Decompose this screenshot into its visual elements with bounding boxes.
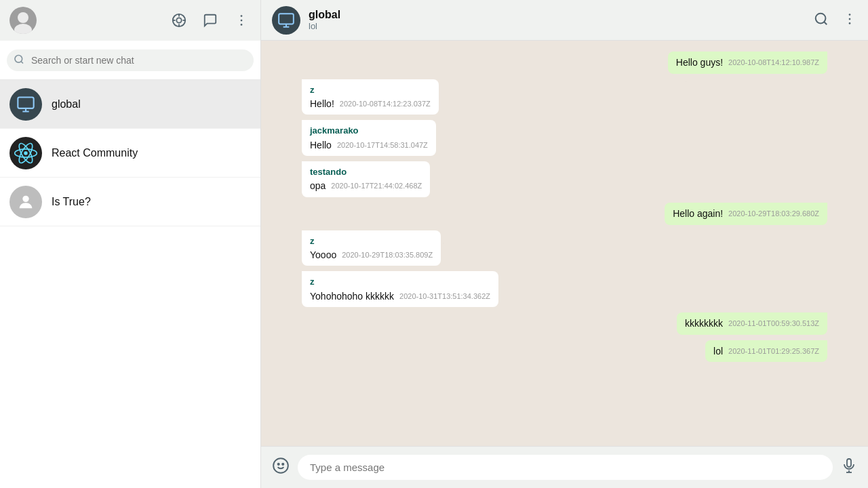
svg-point-28	[849, 18, 851, 20]
chat-item-is-true[interactable]: Is True?	[0, 178, 260, 226]
message-time: 2020-11-01T01:29:25.367Z	[728, 346, 819, 357]
search-bar	[0, 41, 260, 80]
chat-name-global: global	[52, 98, 251, 110]
svg-point-20	[24, 151, 27, 155]
search-icon	[14, 54, 24, 66]
message-bubble: zYohohohoho kkkkkk2020-10-31T13:51:34.36…	[302, 271, 498, 307]
message-row: Hello again!2020-10-29T18:03:29.680Z	[302, 203, 827, 225]
svg-point-21	[22, 195, 28, 201]
chat-avatar-global	[9, 88, 42, 121]
message-bubble: jackmarakoHello2020-10-17T14:58:31.047Z	[302, 120, 436, 156]
message-bubble: testandoopa2020-10-17T21:44:02.468Z	[302, 161, 430, 197]
chat-name-react: React Community	[52, 147, 251, 159]
chat-header-name: global	[309, 9, 340, 21]
input-area	[261, 446, 868, 488]
chat-name-is-true: Is True?	[52, 196, 251, 208]
message-time: 2020-10-31T13:51:34.362Z	[399, 291, 490, 302]
search-input[interactable]	[7, 49, 254, 71]
svg-point-32	[282, 463, 283, 464]
svg-point-9	[241, 15, 243, 17]
svg-point-29	[849, 22, 851, 24]
svg-point-25	[816, 13, 826, 23]
message-time: 2020-10-29T18:03:29.680Z	[728, 209, 819, 219]
emoji-icon[interactable]	[272, 457, 290, 479]
chat-header: global lol	[261, 0, 868, 41]
message-time: 2020-10-08T14:12:23.037Z	[340, 99, 431, 109]
message-sender: z	[310, 84, 431, 96]
message-text: kkkkkkkk	[685, 318, 723, 329]
sidebar-header-icons	[170, 11, 251, 30]
chat-info-react: React Community	[52, 147, 251, 159]
message-row: Hello guys!2020-10-08T14:12:10.987Z	[302, 52, 827, 74]
message-time: 2020-10-17T21:44:02.468Z	[331, 181, 422, 191]
status-icon[interactable]	[170, 11, 189, 30]
message-sender: z	[310, 235, 433, 247]
chat-item-react-community[interactable]: React Community	[0, 129, 260, 178]
message-input[interactable]	[298, 455, 833, 480]
message-text: opa	[310, 180, 326, 191]
svg-line-26	[824, 22, 827, 24]
message-time: 2020-10-29T18:03:35.809Z	[342, 250, 433, 260]
sidebar: global React Community	[0, 0, 261, 488]
message-bubble: zHello!2020-10-08T14:12:23.037Z	[302, 79, 439, 115]
message-row: jackmarakoHello2020-10-17T14:58:31.047Z	[302, 120, 827, 156]
message-time: 2020-11-01T00:59:30.513Z	[728, 319, 819, 329]
message-row: zHello!2020-10-08T14:12:23.037Z	[302, 79, 827, 115]
main-chat: global lol Hello guys!2020-10-08T14:12:1…	[261, 0, 868, 488]
svg-point-1	[18, 12, 28, 23]
svg-point-12	[15, 55, 22, 62]
message-sender: jackmarako	[310, 125, 428, 137]
svg-rect-22	[279, 14, 294, 24]
messages-area: Hello guys!2020-10-08T14:12:10.987ZzHell…	[261, 41, 868, 446]
message-text: Hello	[310, 140, 332, 150]
message-bubble: Hello guys!2020-10-08T14:12:10.987Z	[668, 52, 827, 74]
message-text: Yoooo	[310, 249, 336, 260]
message-row: kkkkkkkk2020-11-01T00:59:30.513Z	[302, 312, 827, 335]
microphone-icon[interactable]	[841, 458, 857, 478]
message-sender: testando	[310, 166, 422, 178]
svg-point-10	[241, 20, 243, 22]
message-text: lol	[713, 346, 723, 357]
message-row: zYohohohoho kkkkkk2020-10-31T13:51:34.36…	[302, 271, 827, 307]
chat-menu-icon[interactable]	[842, 12, 857, 29]
svg-point-30	[273, 458, 288, 473]
svg-point-27	[849, 14, 851, 16]
svg-point-4	[176, 18, 181, 22]
chat-avatar-is-true	[9, 186, 42, 218]
svg-rect-14	[18, 97, 33, 108]
message-time: 2020-10-08T14:12:10.987Z	[728, 58, 819, 68]
message-bubble: lol2020-11-01T01:29:25.367Z	[705, 340, 827, 363]
message-row: zYoooo2020-10-29T18:03:35.809Z	[302, 230, 827, 266]
message-bubble: Hello again!2020-10-29T18:03:29.680Z	[665, 203, 827, 225]
chat-item-global[interactable]: global	[0, 80, 260, 129]
message-row: lol2020-11-01T01:29:25.367Z	[302, 340, 827, 363]
message-text: Hello!	[310, 98, 334, 109]
chat-list: global React Community	[0, 80, 260, 488]
chat-header-status: lol	[309, 21, 340, 31]
svg-point-11	[241, 24, 243, 26]
chat-header-info: global lol	[309, 9, 340, 31]
message-text: Hello again!	[673, 208, 723, 219]
message-sender: z	[310, 276, 490, 288]
message-bubble: kkkkkkkk2020-11-01T00:59:30.513Z	[677, 312, 827, 335]
search-chat-icon[interactable]	[814, 12, 829, 29]
message-row: testandoopa2020-10-17T21:44:02.468Z	[302, 161, 827, 197]
svg-rect-33	[847, 459, 851, 467]
menu-icon[interactable]	[232, 11, 251, 30]
chat-header-left: global lol	[272, 6, 340, 35]
message-time: 2020-10-17T14:58:31.047Z	[337, 140, 428, 150]
message-bubble: zYoooo2020-10-29T18:03:35.809Z	[302, 230, 441, 266]
chat-info-is-true: Is True?	[52, 196, 251, 208]
new-chat-icon[interactable]	[201, 11, 220, 30]
chat-info-global: global	[52, 98, 251, 110]
svg-point-31	[278, 463, 279, 464]
message-text: Hello guys!	[676, 57, 723, 68]
user-avatar[interactable]	[9, 7, 37, 34]
sidebar-header	[0, 0, 260, 41]
chat-header-avatar	[272, 6, 300, 35]
message-text: Yohohohoho kkkkkk	[310, 291, 394, 302]
chat-avatar-react	[9, 137, 42, 169]
svg-line-13	[21, 61, 23, 63]
chat-header-icons	[814, 12, 857, 29]
